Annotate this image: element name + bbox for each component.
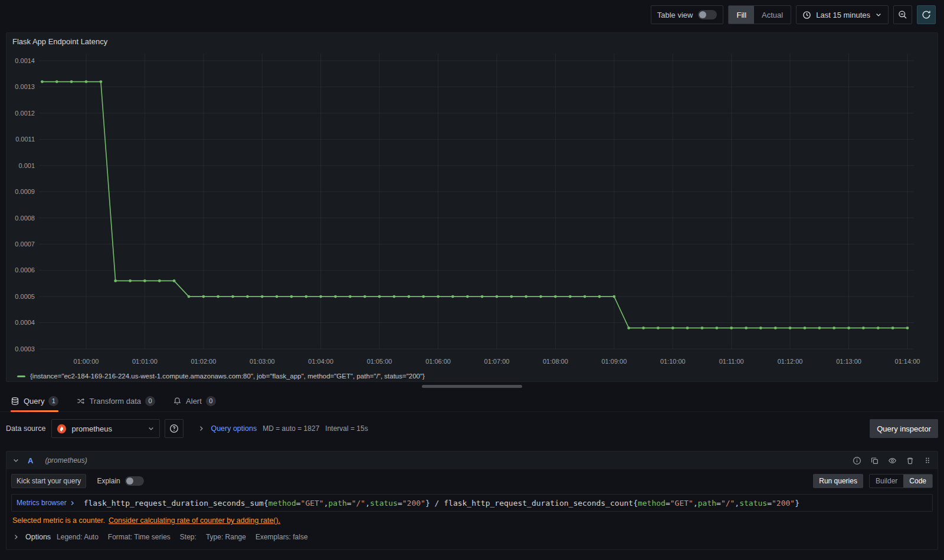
query-info-button[interactable] <box>853 456 861 465</box>
query-ref-id: A <box>28 456 33 465</box>
datasource-label: Data source <box>6 424 45 433</box>
fill-option[interactable]: Fill <box>729 6 754 24</box>
svg-text:0.0006: 0.0006 <box>15 266 35 274</box>
angle-right-icon <box>69 500 76 506</box>
query-options-toggle[interactable]: Query options MD = auto = 1827 Interval … <box>198 424 368 433</box>
collapse-chevron-icon[interactable] <box>12 457 19 464</box>
editor-tabs: Query 1 Transform data 0 Alert 0 <box>0 390 944 412</box>
query-toolbar: Kick start your query Explain Run querie… <box>11 474 933 488</box>
code-mode-option[interactable]: Code <box>903 475 932 487</box>
legend-series-marker <box>17 375 25 377</box>
zoom-out-time-button[interactable] <box>893 5 912 24</box>
promql-token: method <box>268 499 296 508</box>
remove-query-button[interactable] <box>906 456 914 465</box>
promql-token: { <box>264 499 268 508</box>
info-circle-icon <box>853 456 861 465</box>
query-editor-section: A (prometheus) <box>6 451 938 550</box>
query-expression[interactable]: flask_http_request_duration_seconds_sum{… <box>79 496 932 510</box>
explain-switch[interactable] <box>125 476 144 486</box>
promql-token: path <box>698 499 716 508</box>
svg-text:0.001: 0.001 <box>18 162 35 169</box>
resize-handle[interactable] <box>422 385 522 388</box>
promql-token: = <box>716 499 721 508</box>
svg-text:01:07:00: 01:07:00 <box>484 358 510 365</box>
tab-alert-badge: 0 <box>206 396 216 406</box>
panel-editor-toolbar: Table view Fill Actual Last 15 minutes <box>0 0 944 29</box>
svg-text:0.0011: 0.0011 <box>15 136 35 143</box>
svg-text:01:09:00: 01:09:00 <box>601 358 627 365</box>
options-label: Options <box>25 533 51 541</box>
table-view-group: Table view <box>651 5 724 24</box>
legend-item[interactable]: {instance="ec2-184-169-216-224.us-west-1… <box>17 373 938 380</box>
drag-handle[interactable] <box>923 456 932 465</box>
tab-transform-label: Transform data <box>89 397 141 406</box>
metrics-browser-button[interactable]: Metrics browser <box>12 499 79 507</box>
tab-query[interactable]: Query 1 <box>11 390 58 411</box>
tab-alert[interactable]: Alert 0 <box>173 390 216 411</box>
duplicate-query-button[interactable] <box>870 456 879 465</box>
promql-token: "GET" <box>301 499 324 508</box>
query-inspector-button[interactable]: Query inspector <box>870 419 938 438</box>
promql-token: } <box>795 499 799 508</box>
svg-text:0.0007: 0.0007 <box>15 241 35 248</box>
promql-token: { <box>633 499 638 508</box>
eye-icon <box>888 456 897 465</box>
svg-text:0.0013: 0.0013 <box>15 83 35 90</box>
svg-text:0.0014: 0.0014 <box>15 57 35 64</box>
query-options-summary: Legend: AutoFormat: Time seriesStep:Type… <box>57 533 308 541</box>
angle-right-icon <box>198 425 205 432</box>
tab-query-badge: 1 <box>48 396 58 406</box>
query-row-header[interactable]: A (prometheus) <box>6 452 938 469</box>
add-rate-hint-link[interactable]: Consider calculating rate of counter by … <box>109 516 280 525</box>
promql-editor-row: Metrics browser flask_http_request_durat… <box>11 494 933 512</box>
promql-token: } <box>425 499 430 508</box>
datasource-help-button[interactable] <box>165 419 183 438</box>
query-options-label: Query options <box>211 424 257 433</box>
promql-token: flask_http_request_duration_seconds_coun… <box>444 499 633 508</box>
chevron-down-icon <box>875 11 882 18</box>
svg-text:0.0012: 0.0012 <box>15 110 35 117</box>
svg-text:01:02:00: 01:02:00 <box>191 358 216 365</box>
datasource-picker[interactable]: prometheus <box>51 419 160 438</box>
pane-size-radio-group: Fill Actual <box>728 5 791 24</box>
run-queries-button[interactable]: Run queries <box>813 474 863 488</box>
time-range-picker[interactable]: Last 15 minutes <box>796 5 889 24</box>
tab-transform-data[interactable]: Transform data 0 <box>76 390 155 411</box>
promql-token: , <box>693 499 698 508</box>
table-view-label: Table view <box>657 11 693 19</box>
promql-token: = <box>767 499 772 508</box>
option-summary-item: Exemplars: false <box>255 533 308 541</box>
query-options-collapsed-row[interactable]: Options Legend: AutoFormat: Time seriesS… <box>12 533 933 541</box>
promql-token: = <box>347 499 352 508</box>
promql-token: "/" <box>352 499 365 508</box>
option-summary-item: Step: <box>180 533 196 541</box>
svg-text:0.0005: 0.0005 <box>15 293 35 300</box>
interval-stat: Interval = 15s <box>325 424 368 433</box>
datasource-name: prometheus <box>71 424 143 433</box>
toggle-query-visibility-button[interactable] <box>888 456 897 465</box>
svg-text:01:08:00: 01:08:00 <box>543 358 568 365</box>
copy-icon <box>870 456 879 465</box>
promql-token: "200" <box>402 499 425 508</box>
builder-mode-option[interactable]: Builder <box>870 475 903 487</box>
svg-text:0.0003: 0.0003 <box>15 345 35 353</box>
actual-option[interactable]: Actual <box>754 6 791 24</box>
promql-token: , <box>735 499 739 508</box>
kick-start-query-button[interactable]: Kick start your query <box>11 474 86 488</box>
table-view-switch[interactable] <box>698 10 717 19</box>
metrics-browser-label: Metrics browser <box>17 499 67 507</box>
time-range-label: Last 15 minutes <box>816 11 870 19</box>
shuffle-icon <box>76 397 85 406</box>
svg-text:01:01:00: 01:01:00 <box>132 358 158 365</box>
tab-transform-badge: 0 <box>145 396 155 406</box>
legend-series-label: {instance="ec2-184-169-216-224.us-west-1… <box>30 373 425 380</box>
refresh-icon <box>922 10 931 19</box>
trash-icon <box>906 456 914 465</box>
svg-text:01:14:00: 01:14:00 <box>895 358 920 365</box>
promql-token: "GET" <box>670 499 693 508</box>
svg-text:0.0009: 0.0009 <box>15 188 35 195</box>
refresh-button[interactable] <box>917 5 936 24</box>
time-series-chart[interactable]: 0.00140.00130.00120.00110.0010.00090.000… <box>11 49 934 372</box>
promql-token: status <box>739 499 767 508</box>
explain-group: Explain <box>97 476 143 486</box>
